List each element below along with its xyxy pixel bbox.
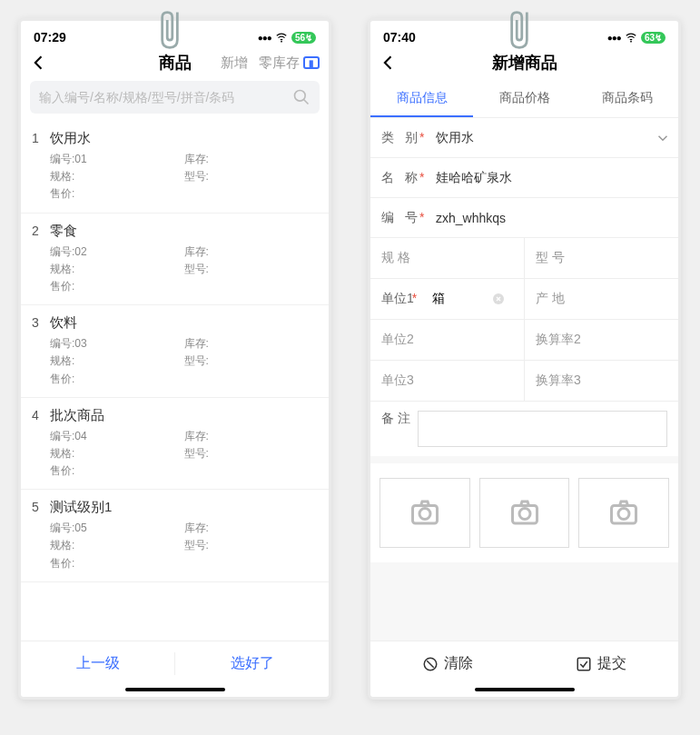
- submit-button[interactable]: 提交: [525, 641, 679, 686]
- item-code: 编号:04: [50, 428, 184, 445]
- home-indicator: [125, 688, 225, 691]
- list-item[interactable]: 1 饮用水 编号:01库存: 规格:型号: 售价:: [21, 121, 329, 214]
- field-unit3[interactable]: 单位3: [370, 361, 524, 401]
- svg-point-1: [295, 91, 306, 102]
- item-price: 售价:: [50, 185, 318, 203]
- product-form: 类 别* 饮用水 名 称* 娃哈哈矿泉水 编 号* zxh_whhkqs 规 格…: [370, 118, 678, 641]
- field-spec[interactable]: 规 格: [370, 238, 524, 278]
- item-code: 编号:05: [50, 520, 184, 537]
- svg-rect-11: [578, 658, 591, 670]
- item-spec: 规格:: [50, 168, 184, 185]
- field-rate2[interactable]: 换算率2: [524, 320, 678, 360]
- nav-add[interactable]: 新增: [221, 55, 248, 72]
- item-name: 测试级别1: [50, 499, 318, 516]
- search-icon: [292, 88, 311, 106]
- list-item[interactable]: 2 零食 编号:02库存: 规格:型号: 售价:: [21, 214, 329, 306]
- item-spec: 规格:: [50, 537, 184, 554]
- field-unit1[interactable]: 单位1* 箱: [370, 279, 524, 319]
- navbar: 商品 新增 零库存 ▮: [21, 48, 329, 81]
- item-index: 1: [32, 130, 50, 204]
- svg-point-0: [281, 41, 282, 43]
- item-stock: 库存:: [184, 335, 319, 353]
- wifi-icon: [275, 31, 288, 44]
- search-input[interactable]: [39, 90, 292, 104]
- field-unit2-rate2: 单位2 换算率2: [370, 320, 678, 361]
- field-name[interactable]: 名 称* 娃哈哈矿泉水: [370, 158, 678, 198]
- field-unit1-origin: 单位1* 箱 产 地: [370, 279, 678, 320]
- status-time: 07:40: [383, 30, 416, 45]
- page-title: 新增商品: [492, 52, 557, 74]
- photo-row: [370, 463, 678, 562]
- photo-upload-1[interactable]: [380, 478, 470, 548]
- nav-zero-stock[interactable]: 零库存 ▮: [259, 55, 320, 72]
- signal-icon: ●●●: [258, 33, 271, 43]
- bottom-bar: 上一级 选好了: [21, 641, 329, 686]
- item-stock: 库存:: [184, 151, 319, 168]
- clear-icon[interactable]: [491, 292, 506, 306]
- item-spec: 规格:: [50, 445, 184, 462]
- svg-point-9: [618, 509, 629, 520]
- list-item[interactable]: 3 饮料 编号:03库存: 规格:型号: 售价:: [21, 305, 329, 398]
- photo-upload-3[interactable]: [578, 478, 669, 548]
- item-index: 5: [32, 499, 50, 572]
- status-time: 07:29: [34, 30, 66, 45]
- battery-icon: 56↯: [291, 32, 316, 44]
- battery-icon: 63↯: [641, 32, 665, 44]
- item-index: 2: [32, 223, 50, 296]
- field-rate3[interactable]: 换算率3: [524, 361, 678, 401]
- phone-product-list: 07:29 ●●● 56↯ 商品 新增 零库存 ▮: [18, 18, 331, 700]
- item-model: 型号:: [184, 261, 319, 278]
- field-remark: 备 注: [370, 402, 678, 456]
- field-unit2[interactable]: 单位2: [370, 320, 524, 360]
- item-code: 编号:02: [50, 243, 184, 261]
- field-category[interactable]: 类 别* 饮用水: [370, 118, 678, 158]
- page-title: 商品: [159, 52, 192, 74]
- field-origin[interactable]: 产 地: [524, 279, 678, 319]
- label: 名 称*: [370, 170, 436, 186]
- search-bar[interactable]: [30, 81, 320, 114]
- item-code: 编号:01: [50, 151, 184, 168]
- navbar: 新增商品: [370, 48, 678, 81]
- label: 编 号*: [370, 210, 436, 226]
- item-name: 零食: [50, 223, 318, 240]
- remark-input[interactable]: [418, 411, 667, 447]
- field-unit3-rate3: 单位3 换算率3: [370, 361, 678, 402]
- product-list: 1 饮用水 编号:01库存: 规格:型号: 售价: 2 零食 编号:02库存: …: [21, 121, 329, 641]
- wifi-icon: [625, 31, 637, 44]
- item-model: 型号:: [184, 168, 319, 185]
- tab-product-price[interactable]: 商品价格: [473, 81, 576, 117]
- phone-add-product: 07:40 ●●● 63↯ 新增商品 商品信息 商品价格 商品条码 类 别* 饮…: [368, 18, 681, 700]
- field-spec-model: 规 格 型 号: [370, 238, 678, 279]
- item-model: 型号:: [184, 445, 319, 462]
- field-model[interactable]: 型 号: [524, 238, 678, 278]
- item-index: 3: [32, 314, 50, 388]
- item-stock: 库存:: [184, 520, 319, 537]
- list-item[interactable]: 5 测试级别1 编号:05库存: 规格:型号: 售价:: [21, 490, 329, 582]
- item-price: 售价:: [50, 555, 318, 572]
- home-indicator: [475, 688, 575, 691]
- item-stock: 库存:: [184, 243, 319, 261]
- clear-button[interactable]: 清除: [370, 641, 525, 686]
- item-price: 售价:: [50, 371, 318, 388]
- item-model: 型号:: [184, 537, 319, 554]
- item-name: 饮料: [50, 314, 318, 332]
- photo-upload-2[interactable]: [479, 478, 570, 548]
- back-icon[interactable]: [30, 54, 48, 72]
- item-index: 4: [32, 407, 50, 481]
- done-button[interactable]: 选好了: [175, 641, 329, 686]
- check-square-icon: [576, 656, 592, 672]
- list-item[interactable]: 4 批次商品 编号:04库存: 规格:型号: 售价:: [21, 398, 329, 491]
- field-code[interactable]: 编 号* zxh_whhkqs: [370, 198, 678, 238]
- item-spec: 规格:: [50, 353, 184, 370]
- bottom-bar: 清除 提交: [370, 641, 678, 686]
- back-icon[interactable]: [380, 54, 398, 72]
- prev-level-button[interactable]: 上一级: [21, 641, 174, 686]
- item-code: 编号:03: [50, 335, 184, 353]
- tab-product-barcode[interactable]: 商品条码: [576, 81, 678, 117]
- signal-icon: ●●●: [607, 33, 621, 43]
- toggle-icon: ▮: [303, 56, 320, 69]
- item-price: 售价:: [50, 278, 318, 295]
- svg-point-5: [419, 509, 430, 520]
- item-name: 饮用水: [50, 130, 318, 147]
- tab-product-info[interactable]: 商品信息: [370, 81, 473, 117]
